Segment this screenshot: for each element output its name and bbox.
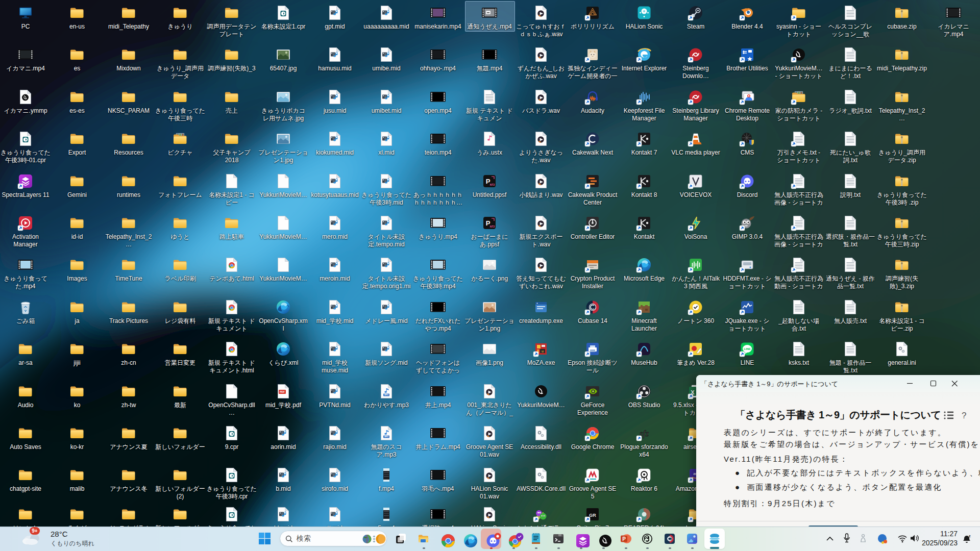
svg-text:M: M [542, 350, 544, 353]
svg-text:NT2: NT2 [490, 183, 495, 186]
svg-text:MP3: MP3 [384, 394, 388, 396]
svg-text:PDF: PDF [280, 390, 285, 393]
svg-text:z: z [969, 534, 971, 538]
svg-text:MP3: MP3 [384, 436, 388, 438]
svg-text:GR: GR [589, 513, 596, 518]
svg-text:NT2: NT2 [490, 225, 495, 228]
svg-text:LINE: LINE [744, 347, 751, 350]
svg-text:P: P [622, 536, 626, 542]
